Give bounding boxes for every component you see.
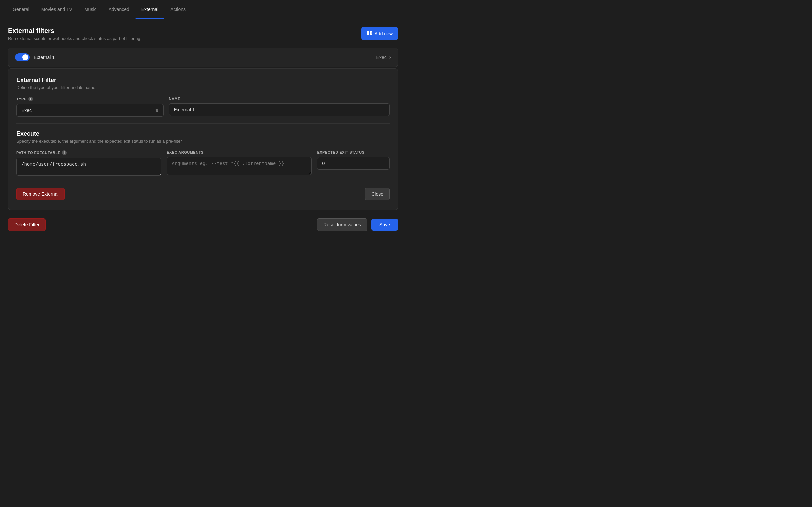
path-input[interactable]: /home/user/freespace.sh	[16, 158, 161, 176]
form-actions: Remove External Close	[16, 182, 390, 202]
type-label: TYPE i	[16, 97, 164, 101]
filter-section-subtitle: Define the type of your filter and its n…	[16, 85, 390, 90]
args-label: EXEC ARGUMENTS	[167, 151, 312, 155]
filter-form: External Filter Define the type of your …	[8, 68, 398, 210]
external-card-right: Exec ›	[376, 54, 391, 60]
remove-external-button[interactable]: Remove External	[16, 188, 65, 201]
tab-movies-tv[interactable]: Movies and TV	[35, 0, 78, 19]
execute-section: Execute Specify the executable, the argu…	[16, 130, 390, 176]
toggle-slider: ✓	[15, 53, 30, 61]
header-text: External filters Run external scripts or…	[8, 27, 141, 41]
external-card-left: ✓ External 1	[15, 53, 55, 61]
tab-general[interactable]: General	[7, 0, 35, 19]
reset-form-button[interactable]: Reset form values	[317, 219, 367, 231]
bottom-bar: Delete Filter Reset form values Save	[0, 213, 406, 236]
tab-navigation: General Movies and TV Music Advanced Ext…	[0, 0, 406, 19]
external-filter-section: External Filter Define the type of your …	[16, 77, 390, 117]
name-group: NAME	[169, 97, 390, 117]
main-content: External filters Run external scripts or…	[0, 19, 406, 210]
close-button[interactable]: Close	[365, 188, 390, 201]
section-title: External filters	[8, 27, 141, 35]
svg-rect-0	[367, 31, 369, 33]
select-arrows-icon: ⇅	[155, 108, 159, 113]
type-select[interactable]: Exec ⇅	[16, 104, 164, 117]
type-info-icon[interactable]: i	[28, 97, 33, 101]
bottom-right-actions: Reset form values Save	[317, 219, 398, 231]
delete-filter-button[interactable]: Delete Filter	[8, 219, 46, 231]
path-info-icon[interactable]: i	[62, 151, 67, 155]
save-button[interactable]: Save	[371, 219, 398, 231]
exit-group: EXPECTED EXIT STATUS	[317, 151, 390, 176]
tab-advanced[interactable]: Advanced	[103, 0, 135, 19]
svg-rect-1	[370, 31, 372, 33]
svg-rect-3	[370, 33, 372, 35]
filter-section-title: External Filter	[16, 77, 390, 84]
external-card-header: ✓ External 1 Exec ›	[8, 48, 398, 67]
exit-input[interactable]	[317, 157, 390, 170]
add-new-button[interactable]: Add new	[361, 27, 398, 40]
section-subtitle: Run external scripts or webhooks and che…	[8, 36, 141, 41]
external-type-label: Exec	[376, 55, 387, 60]
path-group: PATH TO EXECUTABLE i /home/user/freespac…	[16, 151, 161, 176]
type-group: TYPE i Exec ⇅	[16, 97, 164, 117]
external-filters-header: External filters Run external scripts or…	[8, 27, 398, 41]
svg-rect-2	[367, 33, 369, 35]
toggle-check-icon: ✓	[25, 55, 28, 60]
exit-label: EXPECTED EXIT STATUS	[317, 151, 390, 155]
execute-section-subtitle: Specify the executable, the argument and…	[16, 139, 390, 144]
external-item-name: External 1	[34, 55, 55, 60]
args-input[interactable]	[167, 157, 312, 175]
execute-section-title: Execute	[16, 130, 390, 137]
chevron-right-icon: ›	[389, 54, 391, 60]
add-new-icon	[367, 31, 372, 37]
execute-fields-row: PATH TO EXECUTABLE i /home/user/freespac…	[16, 151, 390, 176]
args-group: EXEC ARGUMENTS	[167, 151, 312, 176]
tab-actions[interactable]: Actions	[164, 0, 192, 19]
external-toggle[interactable]: ✓	[15, 53, 30, 61]
section-divider	[16, 123, 390, 124]
external-item-card: ✓ External 1 Exec ›	[8, 48, 398, 67]
tab-external[interactable]: External	[135, 0, 164, 19]
tab-music[interactable]: Music	[78, 0, 103, 19]
path-label: PATH TO EXECUTABLE i	[16, 151, 161, 155]
name-label: NAME	[169, 97, 390, 101]
name-input[interactable]	[169, 103, 390, 116]
type-name-row: TYPE i Exec ⇅ NAME	[16, 97, 390, 117]
